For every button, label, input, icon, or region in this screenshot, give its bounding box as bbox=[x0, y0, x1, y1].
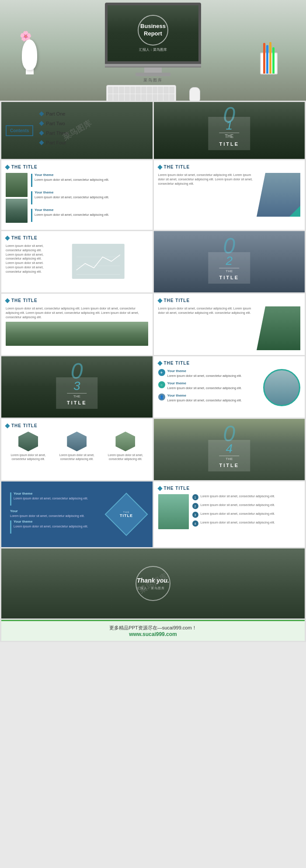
contents-label: Contents bbox=[6, 125, 33, 136]
slide-left-image bbox=[158, 494, 189, 529]
icon-person: 👤 bbox=[158, 394, 165, 401]
hex-image-2 bbox=[67, 432, 87, 451]
monitor: Business Report 汇报人：菜鸟图库 菜鸟图库 bbox=[101, 3, 205, 101]
slide-grid: 菜鸟图库 Contents Part One Part Two Part T bbox=[0, 101, 306, 642]
brand-label: 菜鸟图库 bbox=[143, 77, 163, 83]
title-text: TITLE bbox=[219, 141, 239, 147]
slide-title-a1: THE TITLE bbox=[6, 165, 148, 169]
num-2: 2 bbox=[192, 503, 198, 509]
slide-c1: THE TITLE Lorem ipsum dolor sit amet, co… bbox=[1, 294, 153, 355]
slide-title-03: 0 3 THE TITLE bbox=[1, 356, 153, 418]
hex-image-3 bbox=[115, 432, 135, 451]
slide-b1: THE TITLE Lorem ipsum dolor sit amet, co… bbox=[1, 231, 153, 292]
number-4: 4 bbox=[219, 443, 239, 455]
slide-title-d1: THE TITLE bbox=[158, 361, 301, 365]
slide-d1: THE TITLE ✈ Your theme Lorem ipsum dolor… bbox=[154, 356, 305, 418]
vase-decoration: 🌸 bbox=[17, 39, 42, 83]
slide-title-a2: THE TITLE bbox=[158, 165, 301, 169]
num-item-1: 1 Lorem ipsum dolor sit amet, consectetu… bbox=[192, 494, 301, 500]
contents-item-2: Part Two bbox=[40, 121, 69, 126]
icon-item-3: 👤 Your theme Lorem ipsum dolor sit amet,… bbox=[158, 394, 260, 402]
slide-title-b1: THE TITLE bbox=[6, 235, 148, 240]
slide-e1: THE TITLE Lorem ipsum dolor sit amet, co… bbox=[1, 419, 153, 480]
slide-bottom-image bbox=[6, 322, 148, 346]
icon-item-2: ○ Your theme Lorem ipsum dolor sit amet,… bbox=[158, 381, 260, 390]
slide-title-04: 0 4 THE TITLE bbox=[154, 419, 305, 480]
slide-title-c1: THE TITLE bbox=[6, 298, 148, 303]
line-chart bbox=[49, 244, 148, 279]
num-4: 4 bbox=[192, 520, 198, 527]
slide-f2: THE TITLE 1 Lorem ipsum dolor sit amet, … bbox=[154, 481, 305, 547]
contents-item-1: Part One bbox=[40, 111, 69, 116]
theme-item-2: Your theme Lorem ipsum dolor sit amet, c… bbox=[31, 190, 148, 204]
hero-section: 🌸 Business Report 汇报人：菜鸟图库 菜鸟图库 bbox=[0, 0, 306, 101]
num-3: 3 bbox=[192, 512, 198, 518]
num-1: 1 bbox=[192, 494, 198, 500]
circle-image bbox=[263, 369, 300, 406]
slide-title-f2: THE TITLE bbox=[158, 486, 301, 491]
thankyou-text: Thank you. bbox=[137, 577, 169, 584]
monitor-title: Business Report bbox=[139, 23, 167, 38]
slide-title-e1: THE TITLE bbox=[6, 423, 148, 428]
slide-title-02: 0 2 THE TITLE bbox=[154, 231, 305, 292]
slide-contents: 菜鸟图库 Contents Part One Part Two Part T bbox=[1, 102, 153, 159]
thankyou-subtitle: 汇报人：菜鸟图库 bbox=[137, 586, 169, 590]
mouse bbox=[189, 87, 200, 101]
ad-banner: 更多精品PPT资源尽在—sucai999.com！ www.sucai999.c… bbox=[1, 620, 305, 641]
contents-list: Part One Part Two Part Three Part Four bbox=[40, 111, 69, 150]
slide-title-01: 0 1 THE TITLE bbox=[154, 102, 305, 159]
ad-url: www.sucai999.com bbox=[8, 631, 298, 637]
ad-text-1: 更多精品PPT资源尽在—sucai999.com！ bbox=[8, 625, 298, 631]
theme-item-3: Your theme Lorem ipsum dolor sit amet, c… bbox=[31, 208, 148, 222]
monitor-subtitle: 汇报人：菜鸟图库 bbox=[138, 47, 168, 52]
number-1: 1 bbox=[219, 119, 239, 132]
thankyou-circle: Thank you. 汇报人：菜鸟图库 bbox=[136, 566, 170, 601]
num-item-2: 2 Lorem ipsum dolor sit amet, consectetu… bbox=[192, 503, 301, 509]
slide-f1: Your theme Lorem ipsum dolor sit amet, c… bbox=[1, 481, 153, 547]
icon-plane: ✈ bbox=[158, 369, 165, 376]
diamond-theme-3: Your theme Lorem ipsum dolor sit amet, c… bbox=[10, 520, 104, 534]
num-item-4: 4 Lorem ipsum dolor sit amet, consectetu… bbox=[192, 520, 301, 527]
contents-item-3: Part Three bbox=[40, 130, 69, 136]
icon-item-1: ✈ Your theme Lorem ipsum dolor sit amet,… bbox=[158, 369, 260, 378]
slide-a2: THE TITLE Lorem ipsum dolor sit amet, co… bbox=[154, 160, 305, 230]
pencils-decoration bbox=[260, 53, 280, 92]
num-item-3: 3 Lorem ipsum dolor sit amet, consectetu… bbox=[192, 512, 301, 518]
hex-image-1 bbox=[18, 432, 38, 451]
keyboard bbox=[106, 85, 176, 101]
number-3: 3 bbox=[67, 380, 87, 392]
slide-thankyou: 菜鸟图库 Thank you. 汇报人：菜鸟图库 bbox=[1, 548, 305, 618]
slide-c2: THE TITLE Lorem ipsum dolor sit amet, co… bbox=[154, 294, 305, 355]
slide-right-image-2 bbox=[257, 306, 300, 350]
theme-item-1: Your theme Lorem ipsum dolor sit amet, c… bbox=[31, 173, 148, 187]
slide-title-c2: THE TITLE bbox=[158, 298, 301, 303]
contents-item-4: Part Four bbox=[40, 140, 69, 145]
diamond-theme-1: Your theme Lorem ipsum dolor sit amet, c… bbox=[10, 492, 104, 506]
number-2: 2 bbox=[219, 255, 239, 267]
svg-rect-0 bbox=[72, 244, 125, 279]
slide-a1: THE TITLE Your theme Lorem ipsum dolor s… bbox=[1, 160, 153, 230]
slide-image-2 bbox=[6, 199, 28, 223]
icon-circle-2: ○ bbox=[158, 381, 165, 388]
slide-image-1 bbox=[6, 173, 28, 197]
